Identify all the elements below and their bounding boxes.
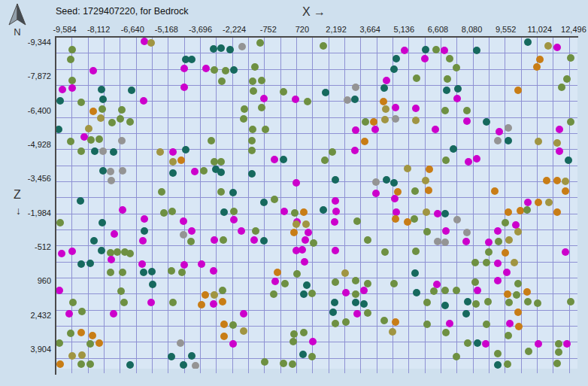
structure-dot[interactable] xyxy=(77,260,85,268)
structure-dot[interactable] xyxy=(270,290,277,298)
structure-dot[interactable] xyxy=(332,176,339,184)
structure-dot[interactable] xyxy=(453,95,461,102)
structure-dot[interactable] xyxy=(99,105,106,113)
structure-dot[interactable] xyxy=(543,177,550,184)
structure-dot[interactable] xyxy=(562,178,569,185)
structure-dot[interactable] xyxy=(506,320,514,327)
structure-dot[interactable] xyxy=(302,236,309,244)
structure-dot[interactable] xyxy=(211,66,218,74)
structure-dot[interactable] xyxy=(390,280,398,287)
structure-dot[interactable] xyxy=(553,360,561,367)
structure-dot[interactable] xyxy=(261,358,268,366)
structure-dot[interactable] xyxy=(180,261,188,269)
structure-dot[interactable] xyxy=(281,280,289,287)
structure-dot[interactable] xyxy=(434,210,441,217)
structure-dot[interactable] xyxy=(494,137,502,144)
structure-dot[interactable] xyxy=(562,187,569,195)
structure-dot[interactable] xyxy=(68,77,76,84)
structure-dot[interactable] xyxy=(453,216,461,223)
structure-dot[interactable] xyxy=(441,210,449,217)
structure-dot[interactable] xyxy=(271,278,279,285)
structure-dot[interactable] xyxy=(391,195,399,202)
structure-dot[interactable] xyxy=(320,42,327,50)
structure-dot[interactable] xyxy=(525,348,532,355)
structure-dot[interactable] xyxy=(494,227,502,235)
structure-dot[interactable] xyxy=(258,104,265,111)
structure-dot[interactable] xyxy=(300,329,308,336)
structure-dot[interactable] xyxy=(567,298,574,305)
structure-dot[interactable] xyxy=(177,339,184,347)
structure-dot[interactable] xyxy=(68,46,76,53)
structure-dot[interactable] xyxy=(56,360,64,368)
structure-dot[interactable] xyxy=(465,158,472,166)
structure-dot[interactable] xyxy=(392,104,399,111)
structure-dot[interactable] xyxy=(177,157,185,164)
structure-dot[interactable] xyxy=(421,55,429,62)
structure-dot[interactable] xyxy=(361,138,368,145)
structure-dot[interactable] xyxy=(535,199,542,206)
structure-dot[interactable] xyxy=(180,65,188,72)
structure-dot[interactable] xyxy=(422,177,429,184)
structure-dot[interactable] xyxy=(178,269,186,276)
structure-dot[interactable] xyxy=(292,96,299,103)
structure-dot[interactable] xyxy=(412,105,420,112)
structure-dot[interactable] xyxy=(513,291,520,299)
structure-dot[interactable] xyxy=(332,197,339,205)
structure-dot[interactable] xyxy=(553,208,561,216)
structure-dot[interactable] xyxy=(120,299,128,306)
structure-dot[interactable] xyxy=(442,157,450,164)
structure-dot[interactable] xyxy=(567,118,574,126)
structure-dot[interactable] xyxy=(524,38,532,46)
structure-dot[interactable] xyxy=(535,340,542,348)
structure-dot[interactable] xyxy=(453,353,460,360)
structure-dot[interactable] xyxy=(332,320,339,327)
structure-dot[interactable] xyxy=(169,148,177,156)
structure-dot[interactable] xyxy=(310,239,317,247)
structure-dot[interactable] xyxy=(505,208,512,216)
structure-dot[interactable] xyxy=(114,248,121,256)
structure-dot[interactable] xyxy=(371,126,379,133)
structure-dot[interactable] xyxy=(332,247,339,254)
structure-dot[interactable] xyxy=(441,287,449,294)
structure-dot[interactable] xyxy=(147,39,155,47)
structure-dot[interactable] xyxy=(229,340,237,348)
structure-dot[interactable] xyxy=(494,260,502,267)
structure-dot[interactable] xyxy=(496,128,503,135)
structure-dot[interactable] xyxy=(426,166,433,173)
structure-dot[interactable] xyxy=(67,56,74,63)
structure-dot[interactable] xyxy=(220,321,228,328)
structure-dot[interactable] xyxy=(514,280,522,287)
structure-dot[interactable] xyxy=(56,339,63,347)
structure-dot[interactable] xyxy=(430,287,438,295)
structure-dot[interactable] xyxy=(446,55,453,62)
structure-dot[interactable] xyxy=(514,228,522,236)
structure-dot[interactable] xyxy=(485,239,493,246)
structure-dot[interactable] xyxy=(158,188,165,196)
structure-dot[interactable] xyxy=(240,115,247,123)
structure-dot[interactable] xyxy=(423,208,430,216)
structure-dot[interactable] xyxy=(56,219,64,226)
structure-dot[interactable] xyxy=(563,75,571,83)
structure-dot[interactable] xyxy=(441,47,448,54)
structure-dot[interactable] xyxy=(140,97,147,105)
structure-dot[interactable] xyxy=(463,117,471,125)
structure-dot[interactable] xyxy=(241,105,248,113)
structure-dot[interactable] xyxy=(217,44,225,52)
structure-dot[interactable] xyxy=(491,187,499,195)
structure-dot[interactable] xyxy=(252,227,259,235)
structure-dot[interactable] xyxy=(473,47,480,54)
structure-dot[interactable] xyxy=(332,208,340,215)
structure-dot[interactable] xyxy=(553,177,561,184)
structure-dot[interactable] xyxy=(139,237,147,245)
structure-dot[interactable] xyxy=(86,360,94,368)
structure-dot[interactable] xyxy=(68,84,76,92)
structure-dot[interactable] xyxy=(290,330,298,338)
structure-dot[interactable] xyxy=(370,118,377,126)
structure-dot[interactable] xyxy=(248,147,256,154)
structure-dot[interactable] xyxy=(78,308,86,315)
structure-dot[interactable] xyxy=(289,360,296,368)
structure-dot[interactable] xyxy=(382,105,389,113)
structure-dot[interactable] xyxy=(364,236,371,244)
structure-dot[interactable] xyxy=(503,269,511,276)
structure-dot[interactable] xyxy=(472,300,480,308)
